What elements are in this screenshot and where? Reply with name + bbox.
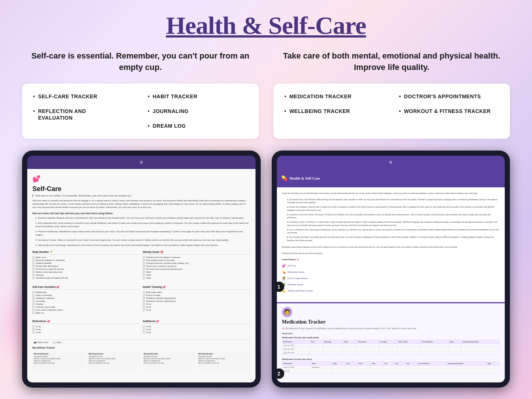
med-table1-title: Medication Tracker (by medication) bbox=[282, 336, 500, 339]
sc-checkbox[interactable] bbox=[143, 268, 145, 270]
sc-checkbox[interactable] bbox=[143, 274, 145, 276]
med-t2-cell bbox=[311, 369, 332, 372]
gallery-button[interactable]: 📷 Gallery view bbox=[32, 341, 49, 344]
med-cell bbox=[448, 343, 461, 347]
feature-item-journaling: • JOURNALING bbox=[148, 108, 247, 114]
table-button[interactable]: 📊 Table bbox=[52, 341, 63, 344]
left-tablet-screen: 💕 Self-Care "Self-care is not selfish. I… bbox=[27, 169, 256, 382]
sc-checkbox[interactable] bbox=[143, 291, 145, 293]
sc-add-1: To-do bbox=[143, 325, 250, 328]
hsc-wishing-text: Wishing you all the best on your self-ca… bbox=[282, 252, 500, 255]
hsc-nav-doctor[interactable]: 👩‍⚕️ Doctor's Appointments bbox=[282, 276, 500, 281]
feature-item-reflection: • REFLECTION ANDEVALUATION bbox=[33, 108, 133, 121]
sc-checkbox[interactable] bbox=[32, 328, 35, 331]
sc-checkbox[interactable] bbox=[143, 300, 145, 302]
sc-checkbox[interactable] bbox=[32, 256, 35, 258]
sc-ht-7: To-do bbox=[143, 309, 250, 311]
sc-checkbox[interactable] bbox=[32, 303, 35, 305]
sc-checkbox[interactable] bbox=[143, 294, 145, 296]
hsc-nav-workout[interactable]: 💪 Workout and Fitness Tracker bbox=[282, 289, 500, 293]
med-cell bbox=[310, 351, 323, 354]
sc-checkbox[interactable] bbox=[143, 331, 145, 333]
sc-mini2-line-1: Thought of the day bbox=[89, 356, 139, 357]
sc-body-text: Self-care refers to activities and pract… bbox=[32, 199, 250, 209]
med-t2-cell: Ibuprofen bbox=[311, 365, 332, 369]
feature-item-workout: • WORKOUT & FITNESS TRACKER bbox=[399, 108, 499, 114]
sc-checkbox[interactable] bbox=[32, 274, 35, 276]
sc-checkbox[interactable] bbox=[143, 303, 145, 305]
sc-checkbox[interactable] bbox=[143, 259, 145, 261]
sc-dr-2: Morning meditation or stretching bbox=[32, 259, 140, 261]
sc-checkbox[interactable] bbox=[143, 265, 145, 267]
sc-checkbox[interactable] bbox=[143, 309, 145, 311]
sc-dr-6: Reflect on the day before bed bbox=[32, 271, 140, 273]
sc-checkbox[interactable] bbox=[143, 271, 145, 273]
sc-checkbox[interactable] bbox=[32, 297, 35, 299]
med-cell bbox=[448, 351, 461, 354]
sc-mini2-line-2: What do I want to accomplish today? bbox=[89, 358, 139, 360]
med-t2-cell bbox=[346, 365, 357, 369]
med-t2-cell bbox=[383, 365, 394, 369]
sc-checkbox[interactable] bbox=[32, 325, 35, 328]
med-table2-title: Medication Tracker (by days) bbox=[282, 358, 500, 360]
sc-checkbox[interactable] bbox=[32, 265, 35, 267]
left-device-wrapper: 💕 Self-Care "Self-care is not selfish. I… bbox=[22, 151, 261, 388]
med-t2-th-6: Thu bbox=[371, 361, 383, 365]
right-feature-box-inner: • MEDICATION TRACKER • WELLBEING TRACKER… bbox=[285, 93, 499, 114]
sc-checkbox[interactable] bbox=[32, 291, 35, 293]
hsc-item-2: 2. Explore the Templates: Take the time … bbox=[282, 205, 500, 212]
med-t2-cell bbox=[394, 365, 405, 369]
feature-label-7: WELLBEING TRACKER bbox=[289, 108, 350, 114]
sc-checkbox[interactable] bbox=[32, 300, 35, 302]
hsc-nav-medication[interactable]: 💊 Medication Tracker bbox=[282, 270, 500, 275]
left-feature-box-inner: • SELF-CARE TRACKER • REFLECTION ANDEVAL… bbox=[33, 93, 248, 130]
sc-checkbox[interactable] bbox=[32, 312, 35, 314]
sc-checkbox[interactable] bbox=[32, 294, 35, 296]
sc-checkbox[interactable] bbox=[143, 277, 145, 279]
med-table2-header-row: Medication Dose Mon Tue Wed Thu Fri Sat bbox=[282, 361, 500, 365]
med-t2-cell bbox=[418, 365, 447, 369]
med-th-dose: Dose bbox=[310, 340, 323, 343]
hsc-nav-selfcare[interactable]: 💕 Self-Care bbox=[282, 264, 500, 268]
sc-checkbox[interactable] bbox=[32, 262, 35, 264]
feature-item-self-care: • SELF-CARE TRACKER bbox=[33, 93, 133, 100]
sc-weekly-goals: Weekly Goals 🎯 Schedule time for hobbies… bbox=[143, 251, 250, 280]
med-t2-th-1: Medication bbox=[282, 361, 311, 365]
hsc-intro: I hope this note finds you well and thri… bbox=[282, 192, 500, 195]
sc-mini-card-2: Morning Routine Thought of the day What … bbox=[87, 351, 141, 370]
med-cell bbox=[448, 347, 461, 351]
med-t2-cell bbox=[383, 369, 394, 372]
med-t2-th-11: Treatment Duration bbox=[446, 361, 486, 365]
med-t2-cell bbox=[332, 369, 346, 372]
sc-checkbox[interactable] bbox=[143, 328, 145, 331]
feature-label-6: MEDICATION TRACKER bbox=[289, 93, 352, 100]
med-t2-cell bbox=[357, 365, 371, 369]
sc-title: Self-Care bbox=[32, 185, 250, 193]
sc-checkbox[interactable] bbox=[32, 306, 35, 308]
sc-checkbox[interactable] bbox=[143, 306, 145, 308]
sc-checkbox[interactable] bbox=[32, 331, 35, 333]
sc-checkbox[interactable] bbox=[32, 271, 35, 273]
sc-checkbox[interactable] bbox=[143, 297, 145, 299]
sc-checkbox[interactable] bbox=[32, 277, 35, 279]
sc-add-3: To-do bbox=[143, 331, 250, 333]
med-cell bbox=[357, 343, 379, 347]
sc-tip-1: 1. Exercise regularly. Regular exercise … bbox=[32, 216, 250, 220]
hsc-nav-wellbeing[interactable]: 🌿 Wellbeing Tracker bbox=[282, 282, 500, 287]
sc-wg-4: Reach out to a friend or loved one bbox=[143, 265, 250, 267]
sc-tip-4: 4. Get plenty of sleep. Sleep is essenti… bbox=[32, 239, 250, 242]
sc-mini-cards: Morning Routine Thought of the day What … bbox=[32, 351, 250, 370]
sc-checkbox[interactable] bbox=[143, 256, 145, 258]
sc-mini4-line-4: My top 3 priorities of the day bbox=[198, 362, 249, 364]
sc-checkbox[interactable] bbox=[32, 309, 35, 311]
sc-checkbox[interactable] bbox=[143, 325, 145, 328]
sc-act-5: Drawing bbox=[32, 303, 140, 305]
sc-mini-card-4: Morning Routine Thought of the day What … bbox=[197, 351, 250, 370]
sc-ht-4: Schedule a doctor's appointment bbox=[143, 300, 250, 302]
sc-checkbox[interactable] bbox=[32, 259, 35, 261]
sc-checkbox[interactable] bbox=[32, 268, 35, 270]
sc-wg-8: Other bbox=[143, 277, 250, 279]
sc-act-8: Night out bbox=[32, 312, 140, 314]
med-cell bbox=[397, 351, 420, 354]
sc-checkbox[interactable] bbox=[143, 262, 145, 264]
